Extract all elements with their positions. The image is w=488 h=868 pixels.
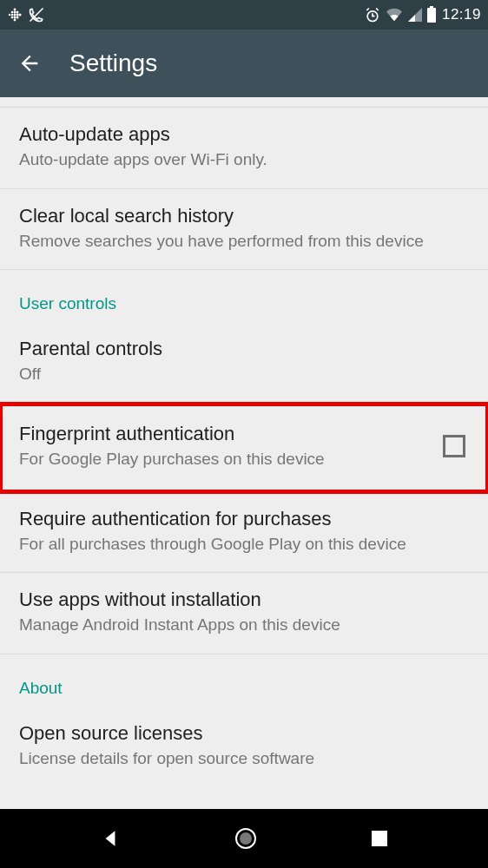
- item-require-authentication[interactable]: Require authentication for purchases For…: [0, 492, 488, 574]
- fitbit-icon: [7, 7, 23, 23]
- android-nav-bar: [0, 809, 488, 868]
- svg-point-4: [14, 9, 16, 11]
- phone-off-icon: [28, 6, 45, 23]
- item-subtitle: License details for open source software: [19, 748, 469, 770]
- item-subtitle: Manage Android Instant Apps on this devi…: [19, 615, 469, 636]
- svg-point-12: [18, 13, 21, 16]
- svg-rect-18: [372, 831, 387, 846]
- nav-recents-button[interactable]: [370, 829, 389, 848]
- svg-point-0: [9, 14, 10, 16]
- section-user-controls: User controls: [0, 270, 488, 322]
- svg-point-7: [14, 16, 16, 19]
- nav-home-button[interactable]: [233, 825, 259, 852]
- back-button[interactable]: [17, 51, 42, 76]
- item-open-source-licenses[interactable]: Open source licenses License details for…: [0, 707, 488, 787]
- svg-point-3: [11, 16, 14, 19]
- item-subtitle: For all purchases through Google Play on…: [19, 534, 469, 556]
- app-bar: Settings: [0, 30, 488, 97]
- wifi-icon: [385, 7, 404, 23]
- status-bar: 12:19: [0, 0, 488, 30]
- cellular-icon: [407, 7, 423, 23]
- item-title: Clear local search history: [19, 205, 469, 227]
- item-title: Open source licenses: [19, 722, 469, 745]
- svg-point-6: [14, 14, 16, 16]
- settings-list: Auto-update apps Auto-update apps over W…: [0, 97, 488, 809]
- svg-point-2: [11, 14, 14, 16]
- item-fingerprint-authentication[interactable]: Fingerprint authentication For Google Pl…: [0, 404, 488, 492]
- item-parental-controls[interactable]: Parental controls Off: [0, 322, 488, 404]
- item-title: Use apps without installation: [19, 589, 469, 611]
- alarm-icon: [364, 6, 381, 23]
- status-time: 12:19: [442, 6, 481, 23]
- item-subtitle: Auto-update apps over Wi-Fi only.: [19, 149, 469, 171]
- svg-rect-14: [427, 8, 436, 23]
- item-auto-update-apps[interactable]: Auto-update apps Auto-update apps over W…: [0, 108, 488, 189]
- nav-back-button[interactable]: [99, 827, 122, 850]
- svg-point-5: [14, 11, 16, 14]
- page-title: Settings: [69, 49, 157, 77]
- section-about: About: [0, 654, 488, 707]
- svg-point-9: [16, 11, 19, 14]
- item-title: Require authentication for purchases: [19, 508, 469, 530]
- item-title: Parental controls: [19, 338, 469, 360]
- battery-icon: [426, 6, 437, 23]
- svg-point-11: [16, 16, 19, 19]
- svg-point-10: [16, 14, 19, 16]
- svg-point-17: [240, 832, 252, 845]
- item-subtitle: Remove searches you have performed from …: [19, 231, 469, 253]
- svg-point-1: [11, 11, 14, 14]
- item-title: Auto-update apps: [19, 123, 469, 146]
- item-subtitle: For Google Play purchases on this device: [19, 449, 425, 470]
- svg-rect-15: [430, 6, 433, 9]
- item-subtitle: Off: [19, 364, 469, 385]
- fingerprint-checkbox[interactable]: [443, 435, 465, 457]
- svg-point-8: [14, 19, 16, 22]
- item-instant-apps[interactable]: Use apps without installation Manage And…: [0, 573, 488, 654]
- item-clear-search-history[interactable]: Clear local search history Remove search…: [0, 189, 488, 271]
- partial-row-top: [0, 97, 488, 108]
- item-title: Fingerprint authentication: [19, 423, 425, 445]
